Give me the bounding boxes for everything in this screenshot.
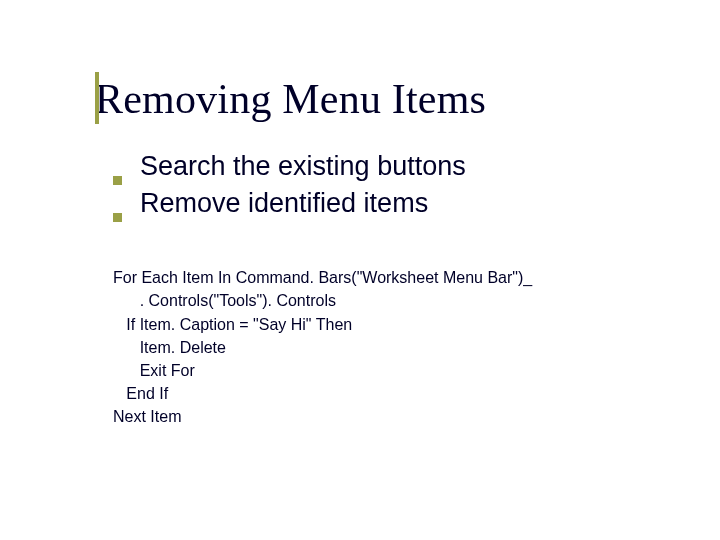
code-line: Exit For [113, 362, 195, 379]
list-item: Search the existing buttons [113, 151, 680, 182]
code-line: For Each Item In Command. Bars("Workshee… [113, 269, 532, 286]
code-line: End If [113, 385, 168, 402]
code-line: If Item. Caption = "Say Hi" Then [113, 316, 352, 333]
bullet-list: Search the existing buttons Remove ident… [113, 151, 680, 219]
code-line: Item. Delete [113, 339, 226, 356]
bullet-text: Search the existing buttons [140, 151, 466, 182]
square-bullet-icon [113, 213, 122, 222]
slide: Removing Menu Items Search the existing … [0, 0, 720, 540]
list-item: Remove identified items [113, 188, 680, 219]
code-block: For Each Item In Command. Bars("Workshee… [113, 243, 680, 452]
code-line: . Controls("Tools"). Controls [113, 292, 336, 309]
slide-title: Removing Menu Items [95, 75, 680, 123]
code-line: Next Item [113, 408, 181, 425]
square-bullet-icon [113, 176, 122, 185]
title-accent-bar [95, 72, 99, 124]
bullet-text: Remove identified items [140, 188, 428, 219]
